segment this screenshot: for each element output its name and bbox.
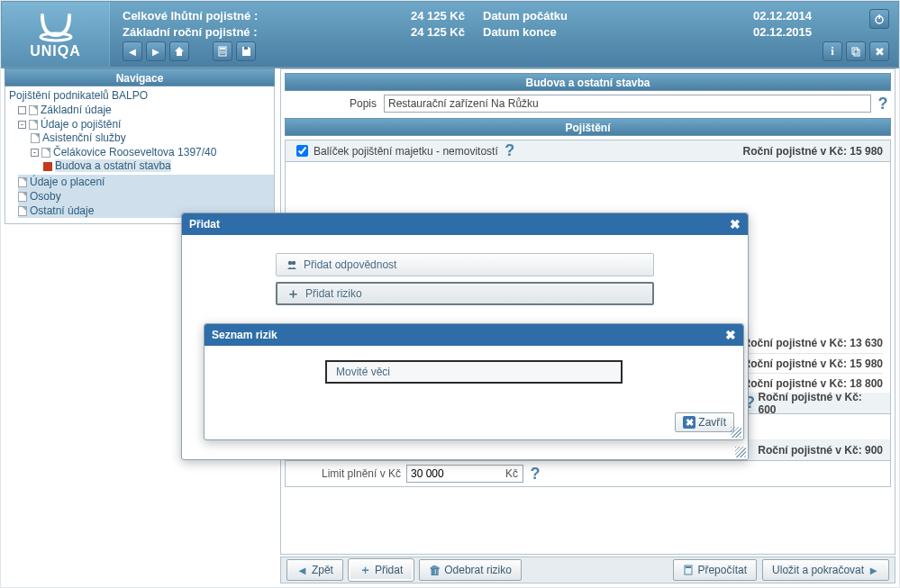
add-responsibility-label: Přidat odpovědnost bbox=[304, 258, 396, 271]
tree-toggle[interactable] bbox=[18, 106, 26, 114]
help-icon[interactable]: ? bbox=[502, 143, 518, 159]
brand-name: UNIQA bbox=[30, 43, 81, 59]
save-button[interactable] bbox=[236, 41, 256, 61]
recalc-label: Přepočítat bbox=[697, 564, 747, 576]
nav-tree: Pojištění podnikatelů BALPO Základní úda… bbox=[5, 86, 275, 224]
risk-item-label: Movité věci bbox=[336, 366, 390, 378]
calculator-icon bbox=[683, 565, 694, 575]
help-icon[interactable]: ? bbox=[527, 466, 543, 482]
line-amount: Roční pojistné v Kč: 15 980 bbox=[743, 357, 883, 370]
package-amount: Roční pojistné v Kč: 15 980 bbox=[743, 145, 883, 158]
chevron-left-icon: ◄ bbox=[296, 564, 308, 577]
back-button[interactable]: ◄Zpět bbox=[286, 559, 343, 581]
nav-osoby[interactable]: Osoby bbox=[30, 190, 61, 203]
calculator-button[interactable] bbox=[213, 41, 232, 61]
modal-add-close[interactable]: ✖ bbox=[730, 217, 741, 231]
add-button[interactable]: ＋Přidat bbox=[349, 559, 414, 581]
svg-point-4 bbox=[222, 50, 223, 52]
chevron-right-icon: ► bbox=[868, 564, 879, 577]
back-button-label: Zpět bbox=[312, 564, 333, 576]
svg-rect-9 bbox=[244, 47, 248, 50]
nav-asist[interactable]: Asistenční služby bbox=[42, 131, 126, 144]
page-icon bbox=[29, 105, 38, 115]
save-continue-button[interactable]: Uložit a pokračovat► bbox=[762, 559, 889, 581]
nav-root[interactable]: Pojištění podnikatelů BALPO bbox=[9, 89, 148, 102]
header-end-date-label: Datum konce bbox=[483, 25, 753, 39]
header-start-date-value: 02.12.2014 bbox=[753, 9, 812, 23]
modal-risk-close[interactable]: ✖ bbox=[725, 328, 736, 342]
nav-back-button[interactable]: ◄ bbox=[123, 41, 142, 61]
modal-add-title: Přidat bbox=[189, 218, 220, 231]
plus-icon: ＋ bbox=[286, 285, 300, 303]
svg-point-5 bbox=[223, 50, 225, 52]
svg-point-7 bbox=[222, 52, 223, 54]
remove-risk-button[interactable]: 🗑Odebrat riziko bbox=[419, 559, 522, 581]
svg-rect-12 bbox=[852, 48, 858, 54]
tree-toggle[interactable]: - bbox=[18, 121, 26, 129]
modal-risk-title: Seznam rizik bbox=[212, 329, 277, 341]
app-header: UNIQA Celkové lhůtní pojistné : 24 125 K… bbox=[1, 1, 899, 68]
svg-point-8 bbox=[223, 52, 225, 54]
section-building-title: Budova a ostatní stavba bbox=[285, 73, 891, 91]
nav-udaje-poj[interactable]: Údaje o pojištění bbox=[41, 118, 121, 131]
resize-handle[interactable] bbox=[731, 427, 741, 438]
add-risk-label: Přidat riziko bbox=[305, 287, 362, 300]
home-icon bbox=[174, 46, 185, 57]
page-icon bbox=[29, 120, 38, 130]
save-icon bbox=[241, 46, 251, 57]
skla-limit-input[interactable] bbox=[406, 465, 523, 483]
add-responsibility-button[interactable]: Přidat odpovědnost bbox=[276, 253, 654, 276]
info-button[interactable]: i bbox=[823, 41, 842, 61]
nav-ostatni[interactable]: Ostatní údaje bbox=[30, 204, 94, 217]
popis-input[interactable] bbox=[384, 95, 871, 113]
plus-icon: ＋ bbox=[359, 562, 371, 578]
people-icon bbox=[286, 258, 298, 271]
line-amount: Roční pojistné v Kč: 13 630 bbox=[743, 337, 883, 349]
nav-home-button[interactable] bbox=[169, 41, 189, 61]
tree-toggle[interactable]: - bbox=[31, 149, 39, 157]
page-icon bbox=[18, 192, 27, 202]
header-total-premium-label: Celkové lhůtní pojistné : bbox=[123, 9, 411, 23]
help-icon[interactable]: ? bbox=[875, 95, 891, 112]
building-icon bbox=[43, 162, 52, 171]
recalc-button[interactable]: Přepočítat bbox=[673, 559, 757, 581]
trash-icon: 🗑 bbox=[429, 564, 441, 577]
save-continue-label: Uložit a pokračovat bbox=[772, 564, 864, 576]
modal-risk-close-label: Zavřít bbox=[698, 416, 726, 429]
nav-forward-button[interactable]: ► bbox=[146, 41, 166, 61]
popis-label: Popis bbox=[285, 97, 384, 110]
close-icon: ✖ bbox=[683, 416, 695, 429]
nav-title: Navigace bbox=[5, 68, 275, 86]
svg-point-3 bbox=[220, 50, 222, 52]
copy-button[interactable] bbox=[846, 41, 866, 61]
copy-icon bbox=[850, 46, 861, 57]
power-icon bbox=[874, 14, 885, 24]
power-button[interactable] bbox=[869, 9, 889, 29]
svg-rect-15 bbox=[686, 566, 691, 568]
svg-point-6 bbox=[220, 52, 222, 54]
resize-handle[interactable] bbox=[735, 447, 746, 457]
close-icon: ✖ bbox=[875, 45, 885, 59]
nav-placeni[interactable]: Údaje o placení bbox=[30, 176, 105, 188]
brand-logo: UNIQA bbox=[2, 2, 110, 67]
info-icon: i bbox=[831, 44, 834, 59]
nav-adresa[interactable]: Čelákovice Rooseveltova 1397/40 bbox=[53, 146, 216, 158]
add-risk-button[interactable]: ＋ Přidat riziko bbox=[276, 282, 654, 305]
page-icon bbox=[31, 133, 40, 143]
risk-item-movite[interactable]: Movité věci bbox=[325, 360, 623, 384]
package-checkbox[interactable] bbox=[296, 145, 308, 157]
close-button[interactable]: ✖ bbox=[869, 41, 889, 61]
calculator-icon bbox=[217, 46, 228, 57]
package-label: Balíček pojištění majetku - nemovitostí bbox=[314, 145, 498, 158]
svg-point-17 bbox=[292, 261, 295, 265]
modal-risk-close-button[interactable]: ✖ Zavřít bbox=[675, 412, 734, 432]
line-amount: Roční pojistné v Kč: 18 800 bbox=[743, 377, 883, 390]
bottom-toolbar: ◄Zpět ＋Přidat 🗑Odebrat riziko Přepočítat… bbox=[280, 556, 895, 583]
header-base-premium-label: Základní roční pojistné : bbox=[123, 25, 411, 39]
kradez-amount: Roční pojistné v Kč: 600 bbox=[759, 391, 884, 416]
nav-budova[interactable]: Budova a ostatní stavba bbox=[55, 159, 171, 172]
uniqa-logo-icon bbox=[38, 14, 74, 42]
page-icon bbox=[18, 177, 27, 187]
nav-zakladni[interactable]: Základní údaje bbox=[41, 104, 112, 116]
skla-amount: Roční pojistné v Kč: 900 bbox=[758, 444, 883, 457]
